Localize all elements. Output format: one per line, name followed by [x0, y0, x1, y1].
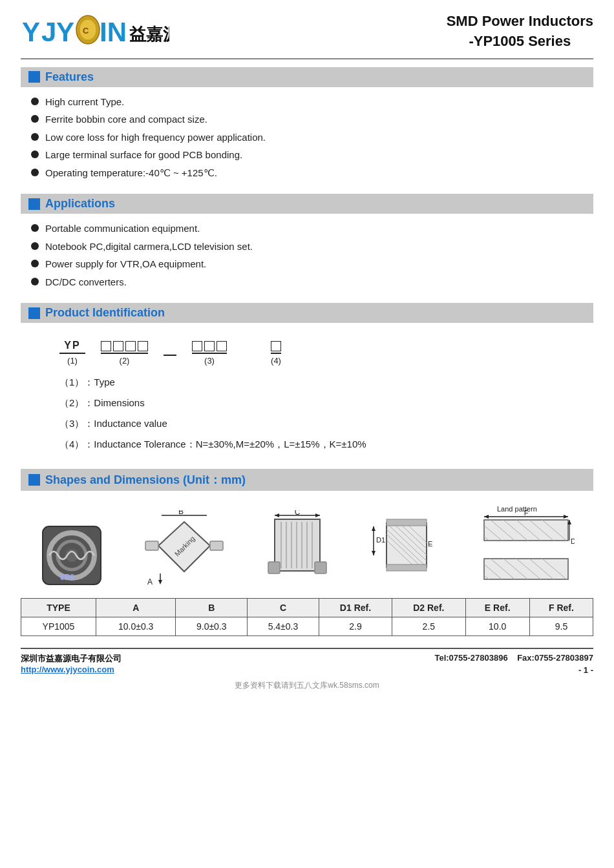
applications-title: Applications	[45, 197, 115, 211]
pid-legend-1: （1）：Type	[59, 375, 573, 390]
cell-e: 10.0	[465, 617, 529, 636]
features-icon	[28, 71, 40, 83]
table-header-type: TYPE	[21, 599, 96, 617]
inductor-svg: 6R8	[39, 523, 104, 588]
svg-rect-49	[386, 519, 427, 526]
pid-labels: （1）：Type （2）：Dimensions （3）：Inductance v…	[21, 369, 593, 461]
cell-c: 5.4±0.3	[248, 617, 319, 636]
pid-num-2: (2)	[120, 356, 130, 366]
header: Y J Y C IN 益嘉源 SMD Power Inductors -YP10…	[21, 12, 593, 59]
svg-text:Land pattern: Land pattern	[497, 505, 537, 513]
company-name: 深圳市益嘉源电子有限公司	[21, 653, 122, 665]
list-item: Large terminal surface for good PCB bond…	[31, 148, 593, 163]
pid-box	[113, 341, 123, 351]
footer: 深圳市益嘉源电子有限公司 http://www.yjycoin.com Tel:…	[21, 648, 593, 675]
svg-rect-28	[315, 562, 326, 574]
page: Y J Y C IN 益嘉源 SMD Power Inductors -YP10…	[0, 0, 614, 868]
svg-text:C: C	[295, 510, 301, 517]
cell-d1: 2.9	[319, 617, 392, 636]
features-list: High current Type. Ferrite bobbin core a…	[21, 92, 593, 187]
svg-text:B: B	[178, 510, 184, 516]
pid-legend-3: （3）：Inductance value	[59, 416, 573, 431]
applications-section-bar: Applications	[21, 194, 593, 214]
list-item: Portable communication equipment.	[31, 222, 593, 236]
product-id-section-bar: Product Identification	[21, 303, 593, 323]
list-item: DC/DC converters.	[31, 275, 593, 290]
bullet-icon	[31, 224, 39, 232]
svg-text:Y: Y	[56, 17, 74, 47]
bullet-icon	[31, 98, 39, 105]
list-item: Operating temperature:-40℃ ~ +125℃.	[31, 166, 593, 181]
svg-text:F: F	[524, 509, 529, 517]
table-header-a: A	[96, 599, 175, 617]
svg-rect-27	[268, 562, 280, 574]
svg-text:E: E	[428, 540, 432, 548]
table-header-d1: D1 Ref.	[319, 599, 392, 617]
svg-marker-21	[158, 580, 162, 584]
pid-box	[217, 341, 227, 351]
pid-boxes-3	[192, 341, 227, 354]
pid-box	[138, 341, 148, 351]
pid-num-4: (4)	[271, 356, 281, 366]
shapes-icon	[28, 474, 40, 486]
applications-icon	[28, 198, 40, 210]
svg-text:A: A	[147, 577, 153, 586]
bullet-icon	[31, 133, 39, 141]
pid-num-3: (3)	[204, 356, 215, 366]
footer-tel: Tel:0755-27803896	[434, 653, 507, 663]
applications-list: Portable communication equipment. Notebo…	[21, 219, 593, 295]
front-view-svg-wrapper: C	[265, 510, 330, 588]
features-title: Features	[45, 70, 94, 84]
bullet-icon	[31, 115, 39, 123]
bullet-icon	[31, 242, 39, 250]
pid-group-4: (4)	[271, 341, 281, 366]
product-id-icon	[28, 307, 40, 319]
bullet-icon	[31, 150, 39, 158]
product-id-title: Product Identification	[45, 306, 165, 320]
pid-dash: —	[164, 347, 176, 366]
svg-text:IN: IN	[100, 17, 127, 47]
logo-area: Y J Y C IN 益嘉源	[21, 12, 169, 49]
bullet-icon	[31, 278, 39, 285]
top-view-svg: B Marking A	[142, 510, 226, 588]
svg-rect-50	[386, 564, 427, 571]
table-header-e: E Ref.	[465, 599, 529, 617]
logo-svg: Y J Y C IN 益嘉源	[21, 12, 169, 49]
svg-marker-37	[372, 526, 376, 531]
footer-fax: Fax:0755-27803897	[517, 653, 593, 663]
pid-yp-label: YP	[59, 340, 85, 354]
shapes-section-bar: Shapes and Dimensions (Unit：mm)	[21, 469, 593, 491]
shapes-title: Shapes and Dimensions (Unit：mm)	[45, 472, 246, 488]
svg-text:D2: D2	[571, 537, 575, 545]
svg-rect-66	[484, 559, 568, 579]
page-number: - 1 -	[434, 665, 593, 675]
pid-boxes-2	[101, 341, 148, 354]
table-header-b: B	[176, 599, 248, 617]
top-view-svg-wrapper: B Marking A	[142, 510, 226, 588]
table-header-c: C	[248, 599, 319, 617]
svg-marker-24	[315, 513, 320, 517]
pid-box	[101, 341, 111, 351]
table-row: YP1005 10.0±0.3 9.0±0.3 5.4±0.3 2.9 2.5 …	[21, 617, 593, 636]
side-view-svg-wrapper: D1 E	[368, 510, 439, 588]
svg-text:6R8: 6R8	[60, 573, 74, 582]
list-item: Ferrite bobbin core and compact size.	[31, 112, 593, 127]
side-view-svg: D1 E	[368, 510, 439, 588]
svg-text:C: C	[83, 26, 89, 36]
shapes-images: 6R8 B Marking A	[21, 496, 593, 593]
svg-rect-16	[145, 541, 158, 550]
website-link[interactable]: http://www.yjycoin.com	[21, 665, 114, 674]
bullet-icon	[31, 169, 39, 176]
front-view-svg: C	[265, 510, 330, 588]
product-id-diagram: YP (1) (2) — (3)	[21, 328, 593, 369]
footer-watermark: 更多资料下载请到五八文库wk.58sms.com	[21, 680, 593, 691]
svg-text:D1: D1	[376, 536, 385, 544]
table-header-f: F Ref.	[529, 599, 593, 617]
list-item: Notebook PC,digital carmera,LCD televisi…	[31, 240, 593, 254]
svg-marker-23	[275, 513, 279, 517]
features-section-bar: Features	[21, 67, 593, 87]
inductor-photo: 6R8	[39, 523, 104, 588]
pid-box	[192, 341, 202, 351]
pid-group-1: YP (1)	[59, 340, 85, 366]
svg-rect-17	[210, 541, 223, 550]
